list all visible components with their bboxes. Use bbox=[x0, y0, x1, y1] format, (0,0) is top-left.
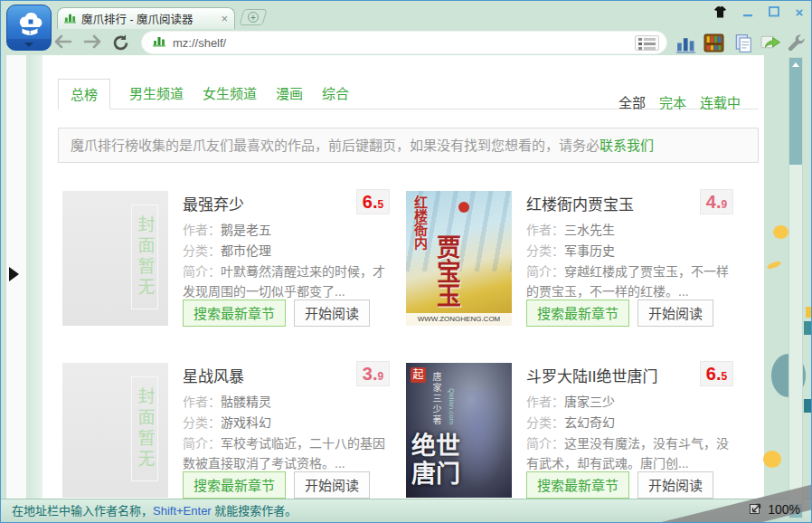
share-button[interactable] bbox=[760, 33, 782, 55]
rating-decimal: 9 bbox=[722, 198, 728, 211]
cover-author-vertical: 唐家三少著 bbox=[430, 372, 443, 426]
start-reading-button[interactable]: 开始阅读 bbox=[294, 300, 370, 327]
rating-integer: 6. bbox=[363, 192, 378, 213]
zoom-indicator[interactable]: 100% bbox=[749, 500, 800, 518]
browser-tab[interactable]: 魔爪排行 - 魔爪阅读器 × bbox=[57, 7, 235, 29]
rating-integer: 4. bbox=[706, 192, 722, 213]
book-title[interactable]: 最强弃少 bbox=[183, 192, 341, 214]
app-menu-button[interactable] bbox=[6, 5, 52, 51]
filter-all[interactable]: 全部 bbox=[618, 92, 646, 111]
close-window-button[interactable]: × bbox=[791, 5, 807, 20]
tab-misc[interactable]: 综合 bbox=[322, 83, 349, 109]
search-latest-button[interactable]: 搜索最新章节 bbox=[183, 471, 286, 499]
address-bar[interactable]: mz://shelf/ bbox=[141, 31, 667, 54]
maximize-button[interactable] bbox=[766, 5, 782, 20]
book-cover[interactable]: 封面暂无 bbox=[62, 363, 168, 498]
filter-finished[interactable]: 完本 bbox=[659, 92, 686, 111]
back-button[interactable] bbox=[53, 33, 75, 53]
book-card: 起 唐家三少著 Qidian.com 绝世唐门 斗罗大陆II绝世唐门 6.5 作… bbox=[406, 361, 733, 501]
new-tab-button[interactable]: + bbox=[239, 9, 267, 25]
cover-site-text: Qidian.com bbox=[448, 388, 456, 424]
status-text: 就能搜索作者。 bbox=[212, 504, 297, 518]
cover-placeholder-text: 封面暂无 bbox=[131, 376, 158, 481]
author-row: 作者：鹅是老五 bbox=[183, 220, 271, 238]
ranking-button[interactable] bbox=[675, 33, 697, 55]
close-icon: × bbox=[796, 5, 804, 20]
cover-placeholder-text: 封面暂无 bbox=[131, 204, 158, 309]
search-latest-button[interactable]: 搜索最新章节 bbox=[526, 300, 629, 327]
scrollbar-up-button[interactable] bbox=[789, 58, 802, 71]
author-row: 作者：骷髅精灵 bbox=[183, 392, 271, 410]
site-icon bbox=[153, 34, 165, 51]
book-title[interactable]: 斗罗大陆II绝世唐门 bbox=[526, 364, 678, 386]
book-title[interactable]: 红楼衙内贾宝玉 bbox=[526, 192, 685, 214]
notice-text: 魔爪排行榜收集的是爪友们最喜欢的作品，前后键翻页，如果没有找到您想看的，请务必 bbox=[71, 138, 600, 153]
pages-button[interactable] bbox=[733, 33, 755, 55]
rating-integer: 6. bbox=[706, 364, 722, 385]
tab-comics[interactable]: 漫画 bbox=[276, 83, 303, 109]
deco-blob bbox=[773, 225, 788, 239]
caret-up-icon bbox=[792, 62, 799, 67]
tab-male-channel[interactable]: 男生频道 bbox=[129, 83, 184, 109]
category-row: 分类：军事历史 bbox=[526, 241, 615, 259]
page-content: 总榜 男生频道 女生频道 漫画 综合 全部 完本 连载中 魔爪排行榜收集的是爪友… bbox=[42, 55, 764, 500]
search-latest-button[interactable]: 搜索最新章节 bbox=[526, 471, 629, 499]
book-title[interactable]: 星战风暴 bbox=[183, 364, 341, 386]
book-cover[interactable]: 起 唐家三少著 Qidian.com 绝世唐门 bbox=[406, 363, 512, 498]
tshirt-icon bbox=[713, 6, 728, 22]
desc-row: 简介：这里没有魔法，没有斗气，没有武术，却有武魂。唐门创... bbox=[526, 433, 733, 473]
rating-decimal: 5 bbox=[378, 198, 384, 211]
search-latest-button[interactable]: 搜索最新章节 bbox=[183, 300, 286, 327]
start-reading-button[interactable]: 开始阅读 bbox=[294, 471, 370, 499]
author-row: 作者：唐家三少 bbox=[526, 392, 615, 410]
rating-decimal: 5 bbox=[722, 370, 728, 383]
cover-publisher-seal: 起 bbox=[411, 367, 426, 383]
settings-wrench-button[interactable] bbox=[786, 33, 807, 55]
skin-theme-button[interactable] bbox=[712, 5, 728, 20]
deco-blob bbox=[766, 260, 781, 270]
desc-row: 简介：军校考试临近，二十八的基因数被直接取消了考试资格。... bbox=[183, 433, 390, 473]
close-tab-icon[interactable]: × bbox=[221, 13, 228, 24]
status-shortcut-text: Shift+Enter bbox=[153, 504, 212, 518]
bookshelf-button[interactable] bbox=[703, 33, 725, 55]
book-card: 红楼衙内 贾宝玉 WWW.ZONGHENG.COM 红楼衙内贾宝玉 4.9 作者… bbox=[406, 189, 733, 329]
list-icon bbox=[638, 38, 656, 50]
copy-pages-icon bbox=[733, 41, 753, 56]
cover-headdress-decoration bbox=[458, 202, 469, 213]
sidebar-expand-handle[interactable] bbox=[9, 267, 19, 281]
plus-icon: + bbox=[248, 12, 259, 23]
address-dropdown-button[interactable] bbox=[635, 35, 659, 51]
tab-female-channel[interactable]: 女生频道 bbox=[203, 83, 257, 109]
filter-serializing[interactable]: 连载中 bbox=[700, 92, 741, 111]
resize-arrows-icon bbox=[749, 500, 763, 518]
app-menu-caret bbox=[7, 39, 51, 50]
book-card: 封面暂无 星战风暴 3.9 作者：骷髅精灵 分类：游戏科幻 简介：军校考试临近，… bbox=[62, 361, 390, 501]
share-arrow-icon bbox=[760, 38, 781, 53]
book-card: 封面暂无 最强弃少 6.5 作者：鹅是老五 分类：都市伦理 简介：叶默蓦然清醒过… bbox=[62, 189, 390, 329]
status-text: 在地址栏中输入作者名称， bbox=[12, 504, 153, 518]
scrollbar-thumb[interactable] bbox=[789, 71, 802, 165]
forward-button[interactable] bbox=[82, 33, 104, 53]
minimize-icon bbox=[741, 5, 754, 21]
start-reading-button[interactable]: 开始阅读 bbox=[637, 471, 713, 499]
bookshelf-icon bbox=[703, 40, 724, 55]
tab-total-rank[interactable]: 总榜 bbox=[58, 79, 110, 109]
deco-blob bbox=[804, 321, 812, 335]
deco-blob bbox=[806, 307, 812, 318]
cover-main-title: 绝世唐门 bbox=[411, 433, 460, 489]
cover-side-title: 红楼衙内 bbox=[411, 195, 430, 250]
book-cover[interactable]: 红楼衙内 贾宝玉 WWW.ZONGHENG.COM bbox=[406, 191, 512, 326]
start-reading-button[interactable]: 开始阅读 bbox=[637, 300, 713, 327]
rating-badge: 4.9 bbox=[700, 189, 733, 214]
refresh-button[interactable] bbox=[111, 33, 133, 53]
notice-bar: 魔爪排行榜收集的是爪友们最喜欢的作品，前后键翻页，如果没有找到您想看的，请务必联… bbox=[58, 128, 759, 163]
deco-blob bbox=[763, 451, 781, 468]
minimize-button[interactable] bbox=[740, 5, 756, 20]
rating-badge: 6.5 bbox=[356, 189, 390, 214]
refresh-icon bbox=[111, 40, 130, 55]
book-cover[interactable]: 封面暂无 bbox=[62, 191, 168, 326]
contact-us-link[interactable]: 联系我们 bbox=[600, 138, 654, 153]
scrollbar-track[interactable] bbox=[788, 57, 803, 518]
rating-decimal: 9 bbox=[378, 370, 384, 383]
rating-badge: 3.9 bbox=[356, 361, 390, 386]
